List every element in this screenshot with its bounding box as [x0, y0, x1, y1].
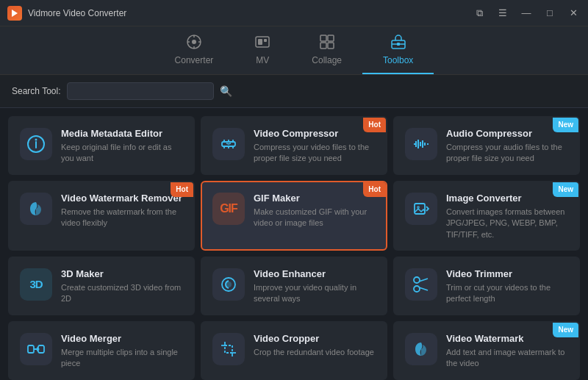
search-icon[interactable]: 🔍: [220, 85, 232, 97]
tool-card-video-enhancer[interactable]: Video Enhancer Improve your video qualit…: [201, 257, 387, 315]
svg-rect-16: [397, 43, 400, 46]
converter-icon: [186, 34, 202, 52]
svg-rect-8: [258, 39, 262, 45]
tool-name-video-merger: Video Merger: [61, 333, 183, 344]
search-input[interactable]: [67, 82, 214, 100]
tool-name-video-enhancer: Video Enhancer: [254, 268, 376, 279]
nav-bar: Converter MV Collage: [0, 26, 588, 75]
collage-icon: [319, 34, 335, 52]
app-title-text: Vidmore Video Converter: [28, 8, 126, 18]
tool-card-video-watermark[interactable]: New Video Watermark Add text and image w…: [393, 321, 580, 380]
app-logo: [7, 6, 22, 21]
tool-desc-image-converter: Convert images formats between JPG/JPEG,…: [446, 207, 568, 240]
minimize-button[interactable]: —: [519, 6, 534, 21]
svg-rect-10: [320, 35, 326, 41]
tool-card-video-trimmer[interactable]: Video Trimmer Trim or cut your videos to…: [393, 257, 580, 315]
tool-card-video-cropper[interactable]: Video Cropper Crop the redundant video f…: [201, 321, 387, 380]
tool-info-image-converter: Image Converter Convert images formats b…: [446, 193, 568, 240]
search-label: Search Tool:: [12, 86, 61, 96]
tool-info-video-watermark: Video Watermark Add text and image water…: [446, 333, 568, 370]
tab-converter-label: Converter: [175, 55, 214, 65]
tool-icon-video-merger: [20, 333, 52, 365]
tool-info-media-metadata-editor: Media Metadata Editor Keep original file…: [61, 128, 183, 165]
tool-info-video-compressor: Video Compressor Compress your video fil…: [254, 128, 376, 165]
tab-collage[interactable]: Collage: [291, 26, 362, 74]
tool-icon-audio-compressor: [405, 128, 437, 160]
svg-rect-12: [320, 43, 326, 49]
tab-converter[interactable]: Converter: [154, 26, 234, 74]
tool-icon-gif-maker: GIF: [212, 193, 245, 225]
title-bar: Vidmore Video Converter ⧉ ☰ — □ ✕: [0, 0, 588, 26]
tool-name-video-compressor: Video Compressor: [254, 128, 376, 139]
tool-name-video-watermark: Video Watermark: [446, 333, 568, 344]
tool-info-video-watermark-remover: Video Watermark Remover Remove the water…: [61, 193, 183, 229]
tool-icon-video-enhancer: [212, 268, 245, 301]
tool-desc-video-enhancer: Improve your video quality in several wa…: [254, 282, 376, 305]
tool-name-3d-maker: 3D Maker: [61, 268, 183, 279]
svg-rect-9: [264, 39, 267, 42]
tool-info-video-merger: Video Merger Merge multiple clips into a…: [61, 333, 183, 370]
tool-grid: Media Metadata Editor Keep original file…: [0, 108, 588, 380]
tool-name-video-trimmer: Video Trimmer: [446, 268, 568, 279]
tool-desc-video-compressor: Compress your video files to the proper …: [254, 142, 376, 165]
tool-desc-video-trimmer: Trim or cut your videos to the perfect l…: [446, 282, 568, 305]
tool-card-audio-compressor[interactable]: New Audio Compressor Compress your audio…: [393, 116, 580, 175]
close-button[interactable]: ✕: [566, 6, 581, 21]
tool-info-video-enhancer: Video Enhancer Improve your video qualit…: [254, 268, 376, 305]
tool-card-gif-maker[interactable]: Hot GIF GIF Maker Make customized GIF wi…: [201, 181, 387, 251]
tool-name-video-cropper: Video Cropper: [254, 333, 376, 344]
tool-desc-gif-maker: Make customized GIF with your video or i…: [254, 207, 376, 229]
tool-name-media-metadata-editor: Media Metadata Editor: [61, 128, 183, 139]
tool-icon-video-compressor: [212, 128, 245, 160]
tool-badge-video-watermark-remover: Hot: [171, 182, 193, 197]
tool-card-video-merger[interactable]: Video Merger Merge multiple clips into a…: [8, 321, 195, 380]
svg-point-19: [35, 139, 37, 141]
svg-rect-13: [328, 43, 334, 49]
windows-icon-1[interactable]: ⧉: [472, 6, 487, 21]
svg-rect-47: [225, 345, 232, 353]
tool-card-3d-maker[interactable]: 3D 3D Maker Create customized 3D video f…: [8, 257, 195, 315]
svg-point-40: [414, 286, 420, 292]
search-bar: Search Tool: 🔍: [0, 75, 588, 108]
svg-rect-11: [328, 35, 334, 41]
tool-icon-video-cropper: [212, 333, 245, 365]
tool-name-image-converter: Image Converter: [446, 193, 568, 204]
tool-desc-video-cropper: Crop the redundant video footage: [254, 347, 376, 358]
tool-desc-video-watermark: Add text and image watermark to the vide…: [446, 347, 568, 370]
maximize-button[interactable]: □: [542, 6, 557, 21]
tool-badge-image-converter: New: [553, 182, 578, 197]
tool-info-audio-compressor: Audio Compressor Compress your audio fil…: [446, 128, 568, 165]
tool-card-video-compressor[interactable]: Hot Video Compressor Compress your video…: [201, 116, 387, 175]
svg-point-39: [414, 277, 420, 283]
svg-rect-35: [415, 204, 425, 214]
mv-icon: [254, 34, 270, 52]
tool-info-video-cropper: Video Cropper Crop the redundant video f…: [254, 333, 376, 358]
tool-info-video-trimmer: Video Trimmer Trim or cut your videos to…: [446, 268, 568, 305]
toolbox-icon: [390, 34, 406, 52]
tool-name-gif-maker: GIF Maker: [254, 193, 376, 204]
tool-desc-audio-compressor: Compress your audio files to the proper …: [446, 142, 568, 165]
tool-card-media-metadata-editor[interactable]: Media Metadata Editor Keep original file…: [8, 116, 195, 175]
tool-desc-media-metadata-editor: Keep original file info or edit as you w…: [61, 142, 183, 165]
tool-card-video-watermark-remover[interactable]: Hot Video Watermark Remover Remove the w…: [8, 181, 195, 251]
tool-desc-video-merger: Merge multiple clips into a single piece: [61, 347, 183, 370]
tab-toolbox-label: Toolbox: [383, 55, 413, 65]
tool-badge-video-watermark: New: [553, 323, 578, 337]
tool-info-gif-maker: GIF Maker Make customized GIF with your …: [254, 193, 376, 229]
tool-icon-3d-maker: 3D: [20, 268, 52, 301]
tool-desc-video-watermark-remover: Remove the watermark from the video flex…: [61, 207, 183, 229]
tool-icon-video-trimmer: [405, 268, 437, 301]
title-bar-left: Vidmore Video Converter: [7, 6, 126, 21]
hamburger-icon[interactable]: ☰: [495, 6, 510, 21]
tab-collage-label: Collage: [312, 55, 342, 65]
svg-rect-43: [28, 345, 34, 353]
svg-point-2: [192, 40, 196, 44]
tool-badge-video-compressor: Hot: [363, 118, 386, 132]
tab-mv[interactable]: MV: [234, 26, 291, 74]
tab-toolbox[interactable]: Toolbox: [362, 26, 434, 74]
tool-icon-media-metadata-editor: [20, 128, 52, 160]
tool-icon-video-watermark: [405, 333, 437, 365]
tool-info-3d-maker: 3D Maker Create customized 3D video from…: [61, 268, 183, 305]
tool-card-image-converter[interactable]: New Image Converter Convert images forma…: [393, 181, 580, 251]
tab-mv-label: MV: [256, 55, 269, 65]
